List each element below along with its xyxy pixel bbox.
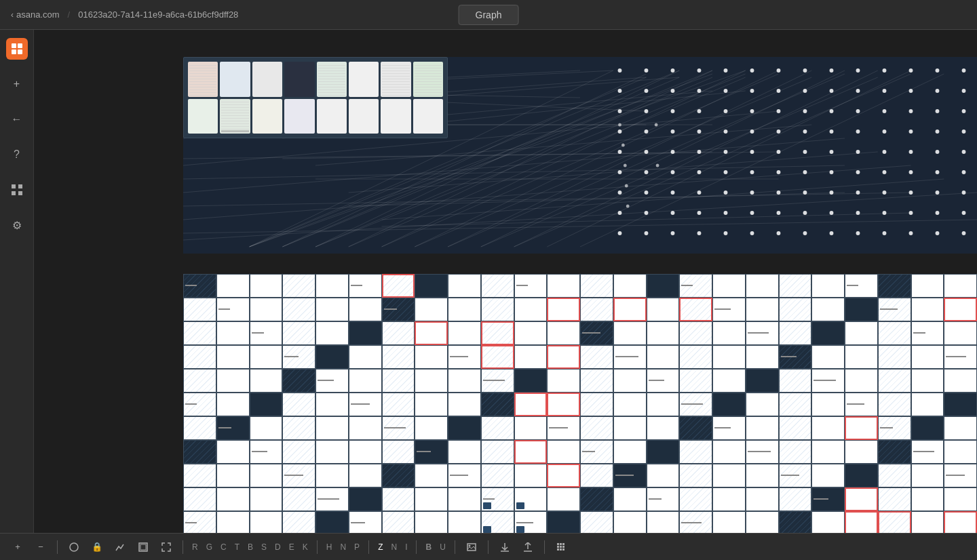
grid-cell[interactable] [679,345,712,369]
grid-cell[interactable] [250,321,283,345]
grid-cell[interactable] [315,345,349,369]
grid-cell[interactable] [514,274,548,298]
grid-cell[interactable] [250,511,283,533]
grid-cell[interactable] [712,393,746,416]
grid-cell[interactable] [216,393,250,416]
grid-cell[interactable] [481,345,514,369]
grid-cell[interactable] [415,487,448,511]
thumb-10[interactable] [220,99,250,134]
grid-cell[interactable] [216,298,250,321]
grid-cell[interactable] [944,416,977,440]
grid-cell[interactable] [315,464,349,487]
grid-cell[interactable] [911,274,944,298]
thumb-16[interactable] [413,99,443,134]
grid-cell[interactable] [647,393,680,416]
grid-cell[interactable] [315,416,349,440]
grid-cell[interactable] [911,464,944,487]
grid-cell[interactable] [779,464,812,487]
grid-cell[interactable] [746,464,779,487]
grid-cell[interactable] [580,393,613,416]
grid-cell[interactable] [779,298,812,321]
thumb-13[interactable] [317,99,347,134]
grid-cell[interactable] [712,298,746,321]
grid-cell[interactable] [514,321,548,345]
grid-cell[interactable] [647,416,680,440]
grid-cell[interactable] [183,298,216,321]
grid-cell[interactable] [547,511,580,533]
grid-cell[interactable] [647,321,680,345]
grid-cell[interactable] [382,511,415,533]
grid-cell[interactable] [547,440,580,464]
key-k[interactable]: K [301,542,310,552]
grid-cell[interactable] [250,487,283,511]
grid-cell[interactable] [613,393,647,416]
grid-cell[interactable] [878,487,911,511]
grid-cell[interactable] [811,369,845,393]
grid-cell[interactable] [415,321,448,345]
key-g[interactable]: G [204,542,214,552]
grid-cell[interactable] [315,393,349,416]
thumb-7[interactable] [381,62,410,97]
thumb-3[interactable] [252,62,282,97]
frame-button[interactable] [134,538,153,557]
key-e[interactable]: E [287,542,296,552]
key-b[interactable]: B [246,542,255,552]
grid-cell[interactable] [448,274,481,298]
grid-cell[interactable] [712,321,746,345]
image-button[interactable] [462,538,481,557]
grid-cell[interactable] [712,464,746,487]
grid-cell[interactable] [282,345,315,369]
grid-cell[interactable] [613,487,647,511]
grid-cell[interactable] [613,464,647,487]
chart-button[interactable] [111,538,130,557]
grid-cell[interactable] [216,416,250,440]
grid-cell[interactable] [250,416,283,440]
grid-cell[interactable] [315,369,349,393]
grid-cell[interactable] [382,440,415,464]
grid-cell[interactable] [811,416,845,440]
grid-cell[interactable] [580,464,613,487]
grid-cell[interactable] [811,298,845,321]
grid-view-icon[interactable] [6,179,28,201]
download-button[interactable] [495,538,514,557]
grid-cell[interactable] [448,345,481,369]
grid-cell[interactable] [448,321,481,345]
grid-cell[interactable] [712,369,746,393]
grid-cell[interactable] [613,298,647,321]
grid-cell[interactable] [349,369,382,393]
site-label[interactable]: asana.com [16,9,60,20]
settings-icon[interactable]: ⚙ [6,214,28,236]
grid-cell[interactable] [746,274,779,298]
lock-button[interactable]: 🔒 [88,538,107,557]
grid-cell[interactable] [647,487,680,511]
grid-cell[interactable] [547,274,580,298]
grid-cell[interactable] [448,416,481,440]
grid-cell[interactable] [349,487,382,511]
grid-cell[interactable] [679,274,712,298]
grid-cell[interactable] [779,511,812,533]
grid-cell[interactable] [647,345,680,369]
grid-cell[interactable] [183,369,216,393]
grid-cell[interactable] [282,440,315,464]
grid-cell[interactable] [944,298,977,321]
grid-cell[interactable] [415,393,448,416]
grid-cell[interactable] [878,298,911,321]
grid-cell[interactable] [481,440,514,464]
grid-cell[interactable] [679,440,712,464]
grid-cell[interactable] [250,298,283,321]
grid-cell[interactable] [712,511,746,533]
grid-cell[interactable] [845,298,878,321]
grid-cell[interactable] [878,416,911,440]
grid-cell[interactable] [349,440,382,464]
grid-cell[interactable] [315,274,349,298]
grid-cell[interactable] [746,487,779,511]
grid-cell[interactable] [415,440,448,464]
grid-cell[interactable] [183,511,216,533]
grid-cell[interactable] [845,487,878,511]
grid-cell[interactable] [547,487,580,511]
grid-cell[interactable] [944,393,977,416]
grid-cell[interactable] [481,464,514,487]
grid-cell[interactable] [779,440,812,464]
thumb-5[interactable] [317,62,347,97]
grid-cell[interactable] [514,487,548,511]
